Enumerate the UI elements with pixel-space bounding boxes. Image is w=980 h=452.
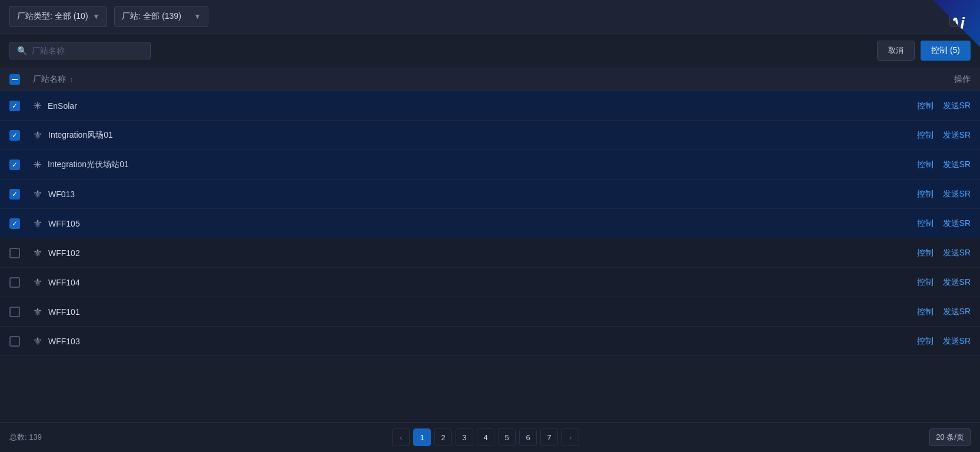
search-icon: 🔍 [17,46,27,55]
table-row: ⚜ Integration风场01 控制 发送SR [0,121,980,150]
search-input[interactable] [32,46,143,55]
page-button-5[interactable]: 5 [498,428,516,446]
page-button-6[interactable]: 6 [519,428,537,446]
footer: 总数: 139 ‹1234567› 20 条/页 [0,422,980,452]
row-checkbox[interactable] [9,101,20,111]
table-row: ⚜ WFF105 控制 发送SR [0,209,980,238]
send-sr-link[interactable]: 发送SR [943,130,971,141]
table-row: ⚜ WF013 控制 发送SR [0,180,980,209]
row-checkbox-col [9,159,33,170]
table-header: 厂站名称 ↕ 操作 [0,68,980,91]
station-name: Integration风场01 [48,130,113,141]
search-field-wrap: 🔍 [9,42,151,59]
row-ops-cell: 控制 发送SR [865,189,971,200]
send-sr-link[interactable]: 发送SR [943,101,971,111]
row-checkbox[interactable] [9,218,20,229]
page-button-7[interactable]: 7 [540,428,558,446]
row-name-cell: ⚜ WF013 [33,188,865,201]
table-body: ✳ EnSolar 控制 发送SR ⚜ Integration风场01 控制 发… [0,91,980,356]
station-name: EnSolar [48,101,77,111]
control-link[interactable]: 控制 [917,101,934,111]
col-ops-label: 操作 [954,74,971,84]
control-link[interactable]: 控制 [917,159,934,170]
row-checkbox[interactable] [9,130,20,141]
row-checkbox[interactable] [9,189,20,200]
station-name: WF013 [48,190,75,199]
row-ops-cell: 控制 发送SR [865,218,971,229]
send-sr-link[interactable]: 发送SR [943,307,971,317]
chevron-down-icon: ▼ [93,12,100,21]
table-row: ✳ Integration光伏场站01 控制 发送SR [0,150,980,180]
page-button-1[interactable]: 1 [413,428,431,446]
control-link[interactable]: 控制 [917,248,934,258]
filter-station-type[interactable]: 厂站类型: 全部 (10) ▼ [9,6,107,27]
row-checkbox-col [9,218,33,229]
row-ops-cell: 控制 发送SR [865,130,971,141]
row-checkbox[interactable] [9,248,20,258]
per-page-select[interactable]: 20 条/页 [929,428,971,446]
row-checkbox-col [9,336,33,347]
next-page-button[interactable]: › [562,428,579,446]
control-link[interactable]: 控制 [917,307,934,317]
row-checkbox[interactable] [9,336,20,347]
control-link[interactable]: 控制 [917,189,934,200]
table-row: ⚜ WFF103 控制 发送SR [0,327,980,356]
row-checkbox[interactable] [9,307,20,317]
row-name-cell: ✳ EnSolar [33,99,865,112]
row-name-cell: ⚜ WFF102 [33,247,865,260]
row-checkbox-col [9,307,33,317]
table-row: ✳ EnSolar 控制 发送SR [0,91,980,121]
control-link[interactable]: 控制 [917,277,934,288]
control-button[interactable]: 控制 (5) [921,41,971,61]
row-name-cell: ✳ Integration光伏场站01 [33,158,865,171]
row-ops-cell: 控制 发送SR [865,307,971,317]
header-ops-col: 操作 [865,74,971,85]
chevron-down-icon: ▼ [194,12,201,21]
send-sr-link[interactable]: 发送SR [943,189,971,200]
page-button-2[interactable]: 2 [434,428,452,446]
row-name-cell: ⚜ WFF103 [33,335,865,348]
row-checkbox-col [9,101,33,111]
control-link[interactable]: 控制 [917,336,934,347]
station-name: WFF102 [48,248,80,258]
page-button-4[interactable]: 4 [477,428,494,446]
sort-icon[interactable]: ↕ [69,75,73,84]
select-all-checkbox[interactable] [9,74,20,85]
row-name-cell: ⚜ WFF105 [33,217,865,230]
search-actions: 取消 控制 (5) [877,41,971,61]
station-name: Integration光伏场站01 [48,159,129,170]
row-checkbox-col [9,277,33,288]
send-sr-link[interactable]: 发送SR [943,248,971,258]
header-name-col: 厂站名称 ↕ [33,74,865,85]
row-checkbox[interactable] [9,277,20,288]
table-row: ⚜ WFF102 控制 发送SR [0,238,980,268]
cancel-button[interactable]: 取消 [877,41,915,61]
row-name-cell: ⚜ WFF101 [33,305,865,318]
prev-page-button[interactable]: ‹ [392,428,410,446]
header-checkbox-col [9,74,33,85]
send-sr-link[interactable]: 发送SR [943,218,971,229]
row-name-cell: ⚜ Integration风场01 [33,129,865,142]
filter-station[interactable]: 厂站: 全部 (139) ▼ [114,6,208,27]
table-row: ⚜ WFF104 控制 发送SR [0,268,980,297]
row-checkbox-col [9,248,33,258]
control-link[interactable]: 控制 [917,130,934,141]
row-checkbox-col [9,189,33,200]
station-name: WFF104 [48,278,80,287]
filter-station-label: 厂站: 全部 (139) [122,11,181,22]
filter-station-type-label: 厂站类型: 全部 (10) [17,11,88,22]
row-checkbox[interactable] [9,159,20,170]
total-count: 总数: 139 [9,432,42,443]
send-sr-link[interactable]: 发送SR [943,336,971,347]
row-ops-cell: 控制 发送SR [865,248,971,258]
row-ops-cell: 控制 发送SR [865,336,971,347]
table-row: ⚜ WFF101 控制 发送SR [0,297,980,327]
row-ops-cell: 控制 发送SR [865,159,971,170]
station-name: WFF105 [48,219,80,228]
row-ops-cell: 控制 发送SR [865,101,971,111]
send-sr-link[interactable]: 发送SR [943,277,971,288]
send-sr-link[interactable]: 发送SR [943,159,971,170]
station-name: WFF103 [48,337,80,346]
page-button-3[interactable]: 3 [456,428,473,446]
control-link[interactable]: 控制 [917,218,934,229]
